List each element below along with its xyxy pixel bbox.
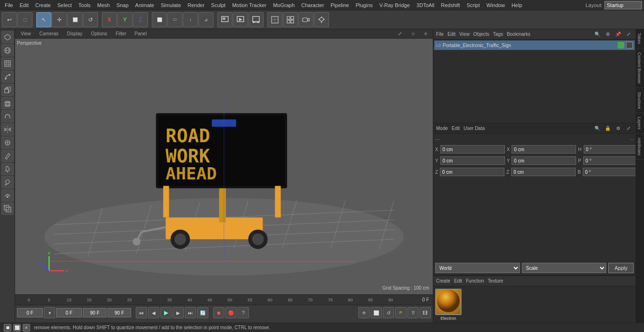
menu-tools[interactable]: Tools xyxy=(75,1,93,9)
obj-objects-menu[interactable]: Objects xyxy=(473,32,489,37)
mat-preview-thumb[interactable] xyxy=(435,289,462,315)
menu-select[interactable]: Select xyxy=(55,1,75,9)
current-frame-field[interactable] xyxy=(56,308,82,317)
obj-vis-dot1[interactable] xyxy=(618,42,624,49)
start-frame-field[interactable] xyxy=(17,308,43,317)
menu-simulate[interactable]: Simulate xyxy=(158,1,184,9)
key-select[interactable]: ⬜ xyxy=(371,307,382,318)
vp-tab-options[interactable]: Options xyxy=(87,31,111,37)
attributes-tab[interactable]: Attributes xyxy=(636,134,644,160)
weight-tool[interactable] xyxy=(1,137,14,149)
render-active[interactable] xyxy=(233,12,248,27)
param-key[interactable]: P xyxy=(395,307,406,318)
vp-tab-filter[interactable]: Filter xyxy=(112,31,130,37)
filmstrip-btn[interactable]: 🎞 xyxy=(420,307,431,318)
menu-plugins[interactable]: Plugins xyxy=(353,1,375,9)
attr-lock-icon[interactable]: 🔒 xyxy=(603,124,612,133)
camera-view[interactable] xyxy=(298,12,314,27)
menu-mesh[interactable]: Mesh xyxy=(94,1,113,9)
menu-create[interactable]: Create xyxy=(33,1,54,9)
lamp-tool[interactable] xyxy=(314,12,329,27)
attr-expand-icon[interactable]: ⤢ xyxy=(624,124,633,133)
attr-userdata-menu[interactable]: User Data xyxy=(463,126,485,131)
vp-tab-display[interactable]: Display xyxy=(63,31,86,37)
menu-redshift[interactable]: Redshift xyxy=(438,1,462,9)
rotate-tool[interactable]: ↺ xyxy=(83,12,98,27)
obj-file-menu[interactable]: File xyxy=(436,32,444,37)
obj-view-menu[interactable]: View xyxy=(459,32,470,37)
menu-pipeline[interactable]: Pipeline xyxy=(328,1,352,9)
attr-y-val1[interactable] xyxy=(440,156,505,165)
prev-frame-btn[interactable]: ◀ xyxy=(148,307,159,318)
z-axis[interactable]: Z xyxy=(133,12,148,27)
bevel-tool[interactable] xyxy=(1,202,14,215)
go-end-btn[interactable]: ⏭ xyxy=(185,307,196,318)
attr-h-val[interactable] xyxy=(584,145,644,154)
world-dropdown[interactable]: World Local xyxy=(435,263,520,273)
menu-animate[interactable]: Animate xyxy=(132,1,157,9)
model-mode[interactable] xyxy=(1,31,14,43)
loop-btn[interactable]: 🔄 xyxy=(197,307,208,318)
menu-vray[interactable]: V-Ray Bridge xyxy=(377,1,413,9)
redo-button[interactable]: ⬚ xyxy=(17,12,33,27)
obj-mode-icon[interactable]: ⬜ xyxy=(13,324,21,332)
viewport-3d[interactable]: Perspective Grid Spacing : 100 cm xyxy=(15,39,433,294)
pin-icon[interactable]: 📌 xyxy=(614,30,622,39)
scale-tool[interactable]: ⬜ xyxy=(67,12,83,27)
apply-button[interactable]: Apply xyxy=(608,263,634,273)
attr-b-val[interactable] xyxy=(583,168,644,176)
menu-window[interactable]: Window xyxy=(484,1,508,9)
render-region[interactable] xyxy=(217,12,232,27)
close-icon[interactable]: ✕ xyxy=(23,324,30,332)
texture-mode[interactable] xyxy=(1,44,14,57)
undo-button[interactable]: ↩ xyxy=(2,12,17,27)
menu-file[interactable]: File xyxy=(2,1,16,9)
attr-edit-menu[interactable]: Edit xyxy=(452,126,460,131)
dots-key[interactable]: ⠿ xyxy=(407,307,419,318)
menu-mograph[interactable]: MoGraph xyxy=(270,1,297,9)
menu-render[interactable]: Render xyxy=(185,1,207,9)
menu-sculpt[interactable]: Sculpt xyxy=(208,1,229,9)
vp-expand[interactable]: ⤢ xyxy=(394,31,405,37)
mat-texture-menu[interactable]: Texture xyxy=(488,278,504,283)
mirror-tool[interactable] xyxy=(1,123,14,136)
vp-tab-panel[interactable]: Panel xyxy=(131,31,151,37)
attr-search-icon[interactable]: 🔍 xyxy=(593,124,602,133)
grid-view[interactable] xyxy=(283,12,298,27)
menu-3dtoall[interactable]: 3DToAll xyxy=(413,1,437,9)
polygon-tool[interactable]: ⬭ xyxy=(167,12,182,27)
menu-motion-tracker[interactable]: Motion Tracker xyxy=(229,1,269,9)
filter-icon[interactable]: ⚙ xyxy=(603,30,612,39)
end-frame2-field[interactable] xyxy=(107,308,131,317)
takes-tab[interactable]: Takes xyxy=(636,29,644,49)
menu-edit[interactable]: Edit xyxy=(17,1,32,9)
move-key[interactable]: ✛ xyxy=(358,307,370,318)
edge-tool[interactable]: ↕ xyxy=(183,12,198,27)
obj-row-traffic-sign[interactable]: L0 Portable_Electronic_Traffic_Sign xyxy=(434,40,635,50)
deform-mode[interactable] xyxy=(1,71,14,83)
obj-vis-dot2[interactable] xyxy=(626,42,633,49)
paint-tool[interactable] xyxy=(1,163,14,175)
menu-script[interactable]: Script xyxy=(464,1,483,9)
attr-z-val2[interactable] xyxy=(511,168,576,176)
sculpt-tool[interactable] xyxy=(1,176,14,188)
obj-edit-menu[interactable]: Edit xyxy=(447,32,455,37)
layout-dropdown[interactable]: Startup xyxy=(604,1,642,9)
cube-tool[interactable] xyxy=(1,84,14,96)
select-tool[interactable]: ↖ xyxy=(36,12,51,27)
content-browser-tab[interactable]: Content Browser xyxy=(636,49,644,88)
vp-tab-view[interactable]: View xyxy=(17,31,35,37)
attr-x-val2[interactable] xyxy=(512,145,576,154)
help-btn[interactable]: ? xyxy=(238,307,249,318)
mat-create-menu[interactable]: Create xyxy=(436,278,450,283)
object-tool[interactable]: ⬜ xyxy=(152,12,167,27)
front-view[interactable] xyxy=(267,12,282,27)
move-tool[interactable]: ✛ xyxy=(52,12,67,27)
attr-mode-menu[interactable]: Mode xyxy=(436,126,448,131)
vp-tab-cameras[interactable]: Cameras xyxy=(36,31,63,37)
structure-tab[interactable]: Structure xyxy=(636,88,644,113)
expand-icon[interactable]: ⤢ xyxy=(624,30,633,39)
play-btn[interactable]: ▶ xyxy=(160,307,172,318)
grid-mode[interactable] xyxy=(1,57,14,70)
cylinder-tool[interactable] xyxy=(1,97,14,109)
